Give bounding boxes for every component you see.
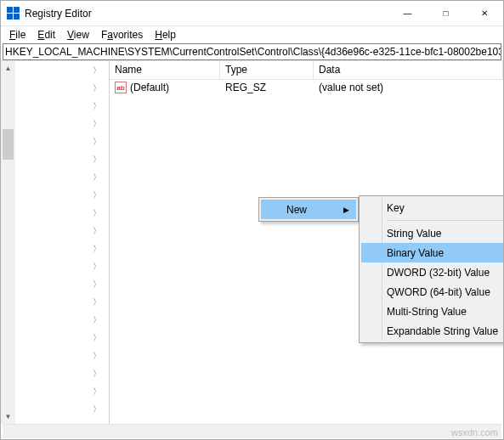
window-title: Registry Editor [25,8,92,20]
column-header-data[interactable]: Data [314,61,503,79]
column-header-name[interactable]: Name [110,61,220,79]
address-text: HKEY_LOCAL_MACHINE\SYSTEM\CurrentControl… [5,46,501,58]
tree-expand-icon[interactable]: 〉 [93,102,101,110]
tree-expand-icon[interactable]: 〉 [93,173,101,182]
close-button[interactable]: ✕ [465,1,503,26]
tree-expand-icon[interactable]: 〉 [93,280,101,289]
context-submenu: Key String Value Binary Value DWORD (32-… [359,195,503,343]
tree-expand-icon[interactable]: 〉 [93,209,101,217]
context-item-label: Expandable String Value [387,325,498,337]
menu-favorites[interactable]: Favorites [96,28,148,42]
scroll-up-icon[interactable]: ▲ [1,61,15,76]
context-item-label: Binary Value [387,247,444,259]
context-item-string[interactable]: String Value [361,223,503,243]
menu-view[interactable]: View [62,28,94,42]
context-item-binary[interactable]: Binary Value [361,243,503,262]
maximize-button[interactable]: □ [427,1,465,26]
tree-expand-icon[interactable]: 〉 [93,387,101,396]
list-header: Name Type Data [110,61,503,80]
tree-expand-icon[interactable]: 〉 [93,405,101,414]
tree-expand-icon[interactable]: 〉 [93,262,101,271]
tree-pane[interactable]: ▲ ▼ 〉 〉 〉 〉 〉 〉 〉 〉 〉 〉 〉 〉 〉 〉 〉 〉 〉 〉 … [1,61,110,424]
menu-file[interactable]: File [4,28,31,42]
context-item-label: DWORD (32-bit) Value [387,267,490,279]
menubar: File Edit View Favorites Help [1,26,503,43]
context-item-label: String Value [387,228,441,240]
tree-expand-icon[interactable]: 〉 [93,84,101,93]
horizontal-scrollbar[interactable] [3,424,501,438]
tree-scrollbar[interactable]: ▲ ▼ [1,61,15,424]
tree-expand-icon[interactable]: 〉 [93,316,101,324]
minimize-button[interactable]: — [388,1,427,26]
tree-expand-icon[interactable]: 〉 [93,298,101,307]
menu-help[interactable]: Help [150,28,181,42]
value-name: (Default) [130,82,169,93]
context-item-key[interactable]: Key [361,198,503,217]
titlebar: Registry Editor — □ ✕ [1,1,503,26]
address-bar[interactable]: HKEY_LOCAL_MACHINE\SYSTEM\CurrentControl… [3,43,501,60]
context-menu: New ▶ [258,197,359,222]
tree-expand-icon[interactable]: 〉 [93,227,101,235]
column-header-type[interactable]: Type [220,61,314,79]
main-area: ▲ ▼ 〉 〉 〉 〉 〉 〉 〉 〉 〉 〉 〉 〉 〉 〉 〉 〉 〉 〉 … [1,60,503,424]
tree-expand-icon[interactable]: 〉 [93,66,101,75]
context-item-label: New [286,204,307,216]
list-pane: Name Type Data ab (Default) REG_SZ (valu… [110,61,503,424]
tree-expand-icon[interactable]: 〉 [93,120,101,128]
context-item-new[interactable]: New ▶ [261,200,356,219]
tree-expand-icon[interactable]: 〉 [93,191,101,200]
context-item-dword[interactable]: DWORD (32-bit) Value [361,262,503,282]
submenu-arrow-icon: ▶ [343,206,349,214]
context-item-label: Key [387,202,405,214]
list-row[interactable]: ab (Default) REG_SZ (value not set) [110,80,503,95]
reg-sz-icon: ab [115,82,127,93]
context-item-expandable-string[interactable]: Expandable String Value [361,321,503,341]
context-item-label: QWORD (64-bit) Value [387,286,490,298]
watermark: wsxdn.com [451,427,498,437]
context-separator [387,220,503,221]
context-item-qword[interactable]: QWORD (64-bit) Value [361,282,503,302]
context-item-label: Multi-String Value [387,306,467,318]
tree-expand-icon[interactable]: 〉 [93,369,101,378]
value-type: REG_SZ [220,82,314,93]
scroll-thumb[interactable] [3,129,14,160]
tree-expand-icon[interactable]: 〉 [93,245,101,253]
tree-expand-icon[interactable]: 〉 [93,352,101,360]
app-icon [6,7,20,20]
value-data: (value not set) [314,82,503,93]
context-item-multi-string[interactable]: Multi-String Value [361,302,503,321]
tree-expand-icon[interactable]: 〉 [93,334,101,342]
tree-expand-icon[interactable]: 〉 [93,138,101,146]
scroll-down-icon[interactable]: ▼ [1,409,15,424]
menu-edit[interactable]: Edit [32,28,60,42]
tree-expand-icon[interactable]: 〉 [93,155,101,164]
